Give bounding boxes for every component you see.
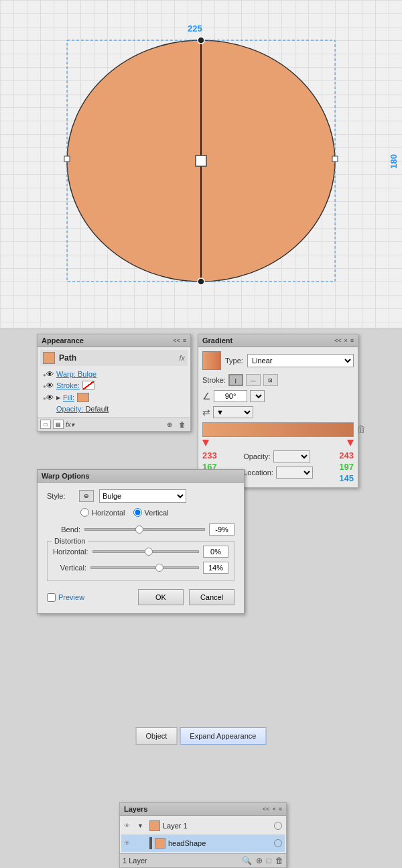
gradient-panel-controls[interactable]: << × ≡ bbox=[334, 337, 354, 344]
warp-visibility-icon[interactable]: 👁 bbox=[43, 370, 54, 378]
preview-checkbox[interactable] bbox=[47, 593, 56, 602]
headshape-name[interactable]: headShape bbox=[168, 839, 271, 847]
gradient-right-values: 243 197 145 bbox=[339, 450, 354, 483]
appearance-menu-btn[interactable]: ≡ bbox=[183, 337, 186, 344]
vertical-radio[interactable] bbox=[133, 508, 142, 517]
gradient-bar[interactable] bbox=[202, 422, 354, 437]
stroke-swatch[interactable] bbox=[82, 381, 94, 390]
expand-appearance-button[interactable]: Expand Appearance bbox=[180, 727, 266, 745]
bend-slider-track[interactable] bbox=[84, 528, 205, 531]
layers-collapse-btn[interactable]: << bbox=[263, 806, 270, 812]
layers-group-icon[interactable]: □ bbox=[267, 856, 271, 865]
headshape-indent bbox=[137, 840, 147, 847]
gradient-opacity-select[interactable] bbox=[273, 450, 310, 462]
angle-icon: ∠ bbox=[202, 391, 211, 401]
gradient-menu-btn[interactable]: ≡ bbox=[350, 337, 354, 344]
fill-expand-arrow[interactable]: ▶ bbox=[56, 395, 60, 401]
headshape-target-circle[interactable] bbox=[274, 839, 282, 847]
stroke-btn-1[interactable]: | bbox=[228, 374, 243, 386]
head-shape-row[interactable]: 👁 headShape bbox=[121, 834, 285, 852]
svg-rect-5 bbox=[196, 156, 206, 166]
appearance-collapse-btn[interactable]: << bbox=[173, 337, 180, 344]
vertical-dist-track[interactable] bbox=[90, 566, 199, 569]
svg-rect-7 bbox=[332, 156, 338, 162]
path-header: Path fx bbox=[40, 350, 188, 366]
layer-1-row[interactable]: 👁 ▼ Layer 1 bbox=[121, 817, 285, 834]
warp-footer: Preview OK Cancel bbox=[47, 586, 234, 607]
gradient-stop-right[interactable] bbox=[347, 440, 354, 446]
layers-add-icon[interactable]: ⊕ bbox=[256, 856, 263, 865]
ok-button[interactable]: OK bbox=[138, 589, 184, 605]
appearance-footer: □ ▤ fx▾ ⊕ 🗑 bbox=[38, 417, 190, 431]
svg-point-4 bbox=[198, 278, 204, 285]
fx-badge: fx bbox=[179, 354, 185, 362]
gradient-preview-swatch[interactable] bbox=[202, 351, 221, 370]
vertical-radio-label[interactable]: Vertical bbox=[133, 508, 169, 517]
new-layer-icon[interactable]: □ bbox=[40, 420, 51, 429]
bend-value-input[interactable] bbox=[209, 523, 234, 536]
layers-delete-icon[interactable]: 🗑 bbox=[275, 856, 283, 865]
gradient-stroke-label: Stroke: bbox=[202, 376, 226, 384]
headshape-swatch bbox=[155, 838, 165, 849]
gradient-location-select[interactable] bbox=[276, 467, 313, 479]
bend-slider-thumb[interactable] bbox=[135, 525, 143, 534]
cancel-button[interactable]: Cancel bbox=[189, 589, 234, 605]
horizontal-dist-value[interactable] bbox=[203, 546, 228, 558]
opacity-value: Default bbox=[85, 405, 109, 413]
fill-visibility-icon[interactable]: 👁 bbox=[43, 393, 54, 401]
gradient-close-btn[interactable]: × bbox=[344, 337, 347, 344]
action-buttons-row: Object Expand Appearance bbox=[136, 727, 267, 745]
layer1-expand-arrow[interactable]: ▼ bbox=[137, 822, 147, 829]
preview-checkbox-label[interactable]: Preview bbox=[47, 593, 84, 602]
footer-fx-label[interactable]: fx▾ bbox=[66, 421, 74, 428]
distortion-group: Distortion Horizontal: Vertical: bbox=[47, 541, 234, 581]
layers-menu-btn[interactable]: ≡ bbox=[279, 806, 282, 812]
layers-footer: 1 Layer 🔍 ⊕ □ 🗑 bbox=[120, 853, 286, 867]
warp-style-select[interactable]: Bulge Arc Flag Wave bbox=[99, 489, 186, 503]
horizontal-radio[interactable] bbox=[80, 508, 89, 517]
reverse-icon[interactable]: ⇄ bbox=[202, 407, 210, 418]
stroke-btn-2[interactable]: — bbox=[246, 374, 261, 386]
gradient-collapse-btn[interactable]: << bbox=[334, 337, 342, 344]
angle-input[interactable] bbox=[214, 390, 247, 402]
gradient-delete-btn[interactable]: 🗑 bbox=[356, 424, 366, 434]
layer1-target-circle[interactable] bbox=[274, 822, 282, 830]
object-button[interactable]: Object bbox=[136, 727, 178, 745]
layer1-name[interactable]: Layer 1 bbox=[163, 822, 271, 830]
layer-icon[interactable]: ▤ bbox=[53, 420, 64, 429]
fill-swatch[interactable] bbox=[77, 393, 89, 402]
warp-link[interactable]: Warp: Bulge bbox=[56, 370, 96, 378]
stroke-btn-3[interactable]: ⊡ bbox=[263, 374, 278, 386]
layers-title: Layers bbox=[124, 805, 147, 813]
horizontal-dist-thumb[interactable] bbox=[145, 548, 153, 556]
layers-close-btn[interactable]: × bbox=[272, 806, 275, 812]
reverse-select[interactable]: ▼ bbox=[213, 406, 253, 418]
headshape-visibility-icon[interactable]: 👁 bbox=[124, 840, 135, 847]
left-r-value: 233 bbox=[202, 450, 217, 460]
layers-search-icon[interactable]: 🔍 bbox=[242, 856, 252, 865]
ellipse-container[interactable] bbox=[64, 34, 338, 288]
appearance-panel-controls[interactable]: << ≡ bbox=[173, 337, 186, 344]
gradient-type-select[interactable]: Linear Radial bbox=[247, 354, 354, 367]
canvas-area: 225 180 bbox=[0, 0, 402, 328]
layer1-visibility-icon[interactable]: 👁 bbox=[124, 822, 135, 829]
layers-panel-controls[interactable]: << × ≡ bbox=[263, 806, 282, 812]
bend-section: Bend: bbox=[47, 523, 234, 536]
angle-dropdown[interactable]: ▼ bbox=[250, 390, 265, 402]
warp-style-row: Style: ⊖ Bulge Arc Flag Wave bbox=[47, 489, 234, 503]
warp-style-icon: ⊖ bbox=[79, 490, 94, 502]
vertical-dist-value[interactable] bbox=[203, 562, 228, 574]
reverse-icon-row: ⇄ ▼ bbox=[202, 406, 354, 418]
horizontal-radio-label[interactable]: Horizontal bbox=[80, 508, 125, 517]
vertical-dist-thumb[interactable] bbox=[155, 564, 163, 572]
trash-icon[interactable]: 🗑 bbox=[177, 420, 188, 429]
duplicate-icon[interactable]: ⊕ bbox=[164, 420, 175, 429]
horizontal-dist-row: Horizontal: bbox=[53, 546, 228, 558]
opacity-label[interactable]: Opacity: Default bbox=[56, 405, 109, 413]
gradient-opacity-row: Opacity: bbox=[243, 450, 310, 462]
horizontal-dist-track[interactable] bbox=[92, 550, 199, 553]
gradient-stop-left[interactable] bbox=[202, 440, 209, 446]
warp-style-label: Style: bbox=[47, 492, 74, 500]
path-swatch bbox=[43, 352, 55, 364]
stroke-visibility-icon[interactable]: 👁 bbox=[43, 381, 54, 389]
